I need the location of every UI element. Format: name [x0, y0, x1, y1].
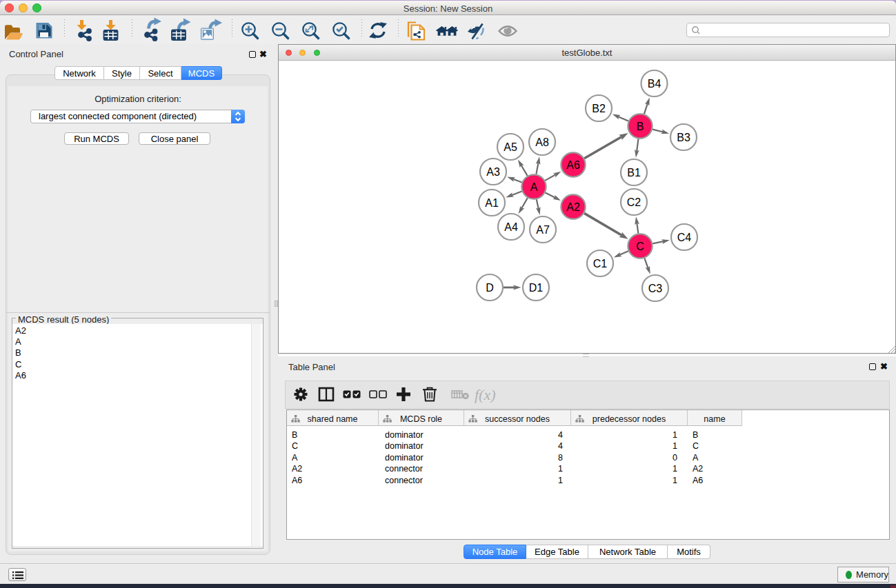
- svg-text:C3: C3: [648, 283, 663, 294]
- svg-text:A: A: [530, 181, 538, 193]
- svg-text:A2: A2: [566, 201, 580, 213]
- svg-text:B4: B4: [648, 78, 661, 90]
- svg-text:A4: A4: [504, 221, 518, 233]
- svg-text:C: C: [636, 241, 644, 252]
- svg-text:B3: B3: [677, 132, 690, 143]
- svg-text:C4: C4: [677, 232, 692, 243]
- svg-text:A7: A7: [536, 224, 550, 236]
- svg-text:D1: D1: [529, 282, 544, 294]
- svg-text:A3: A3: [486, 166, 500, 178]
- svg-text:C1: C1: [593, 258, 608, 270]
- svg-text:C2: C2: [627, 196, 641, 208]
- svg-text:A6: A6: [566, 159, 580, 171]
- svg-text:f(x): f(x): [475, 386, 496, 403]
- svg-text:B2: B2: [592, 103, 606, 114]
- svg-text:B: B: [637, 121, 644, 132]
- svg-text:A1: A1: [485, 197, 499, 209]
- svg-text:D: D: [486, 282, 494, 294]
- svg-text:B1: B1: [627, 167, 641, 179]
- svg-text:A8: A8: [535, 136, 549, 148]
- svg-text:A5: A5: [504, 141, 517, 153]
